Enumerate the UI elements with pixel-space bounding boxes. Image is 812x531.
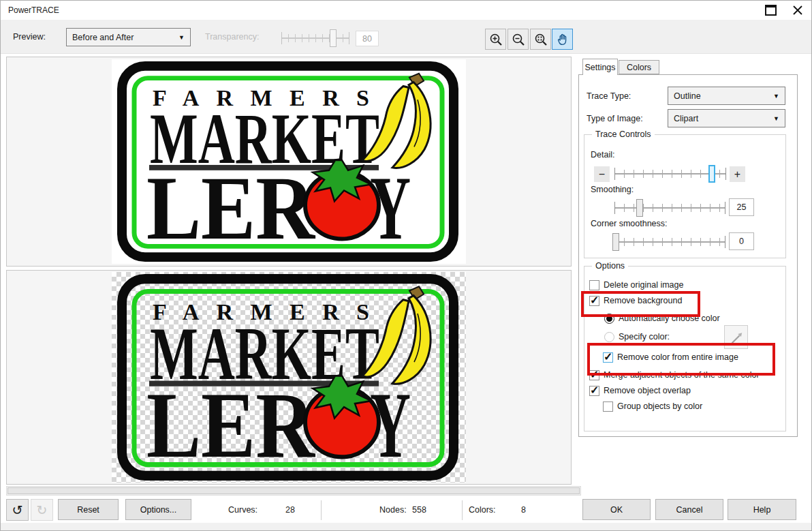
zoom-out-button[interactable] xyxy=(507,29,529,50)
transparency-slider-thumb xyxy=(330,29,337,47)
toolbar: Preview: Before and After ▼ Transparency… xyxy=(1,20,812,54)
reset-button[interactable]: Reset xyxy=(58,499,119,520)
option-label: Delete original image xyxy=(604,280,683,290)
radio-selected-icon[interactable] xyxy=(604,314,614,324)
status-divider xyxy=(462,500,463,520)
smoothing-slider[interactable] xyxy=(614,199,725,217)
tab-colors[interactable]: Colors xyxy=(619,60,659,74)
corner-smoothness-value-field[interactable]: 0 xyxy=(729,232,754,250)
nodes-value: 558 xyxy=(412,505,426,515)
zoom-in-icon xyxy=(489,33,503,46)
smoothing-slider-thumb[interactable] xyxy=(636,199,643,217)
detail-increase-button[interactable]: + xyxy=(730,166,745,182)
undo-icon: ↺ xyxy=(12,502,23,517)
zoom-to-fit-icon xyxy=(534,33,548,46)
curves-label: Curves: xyxy=(228,505,257,515)
after-image[interactable]: FARMERS MARKET LER Y xyxy=(112,272,466,483)
option-remove-object-overlap[interactable]: Remove object overlap xyxy=(589,384,691,397)
close-button[interactable] xyxy=(787,2,808,18)
powertrace-dialog: PowerTRACE Preview: Before and After ▼ T… xyxy=(0,0,812,531)
nodes-label: Nodes: xyxy=(379,505,407,515)
radio-unselected-icon[interactable] xyxy=(604,332,614,342)
smoothing-label: Smoothing: xyxy=(591,185,634,194)
scrollbar-thumb[interactable] xyxy=(7,487,580,494)
pan-button[interactable] xyxy=(552,29,573,50)
color-eyedropper-button[interactable] xyxy=(724,325,748,349)
corner-smoothness-slider-thumb[interactable] xyxy=(612,233,619,251)
trace-type-value: Outline xyxy=(674,91,701,101)
chevron-down-icon: ▼ xyxy=(773,115,779,121)
zoom-to-fit-button[interactable] xyxy=(530,29,551,50)
option-delete-original-image[interactable]: Delete original image xyxy=(589,279,683,291)
corner-smoothness-slider[interactable] xyxy=(614,233,725,252)
colors-value: 8 xyxy=(521,505,526,515)
detail-slider[interactable] xyxy=(614,165,726,183)
option-remove-background[interactable]: Remove background xyxy=(589,294,682,307)
chevron-down-icon: ▼ xyxy=(178,33,185,40)
help-button[interactable]: Help xyxy=(728,499,796,520)
undo-button[interactable]: ↺ xyxy=(6,499,29,521)
tab-settings[interactable]: Settings xyxy=(582,59,618,75)
detail-decrease-button[interactable]: − xyxy=(594,166,610,182)
minus-icon: − xyxy=(599,168,605,181)
transparency-slider xyxy=(281,29,349,47)
checkbox-checked-icon[interactable] xyxy=(603,352,613,363)
option-label: Specify color: xyxy=(619,332,670,342)
checkbox-checked-icon[interactable] xyxy=(589,370,599,380)
option-label: Merge adjacent objects of the same color xyxy=(604,370,760,380)
options-button[interactable]: Options... xyxy=(125,499,191,520)
preview-pane-after: FARMERS MARKET LER Y xyxy=(6,270,572,485)
before-image[interactable]: FARMERS MARKET LER Y xyxy=(112,59,466,264)
preview-dropdown-value: Before and After xyxy=(72,33,134,42)
maximize-button[interactable] xyxy=(760,2,781,18)
transparency-label: Transparency: xyxy=(205,32,259,42)
redo-button[interactable]: ↻ xyxy=(31,499,53,521)
logo-text-ler: LER xyxy=(146,373,316,477)
preview-dropdown[interactable]: Before and After ▼ xyxy=(66,28,191,46)
tab-settings-label: Settings xyxy=(584,63,615,72)
zoom-out-icon xyxy=(512,33,525,46)
chevron-down-icon: ▼ xyxy=(773,92,779,99)
cancel-button[interactable]: Cancel xyxy=(655,499,723,520)
redo-icon: ↻ xyxy=(37,502,48,517)
farmers-market-logo-before: FARMERS MARKET LER Y xyxy=(112,59,466,264)
type-of-image-dropdown[interactable]: Clipart ▼ xyxy=(668,109,785,127)
option-merge-adjacent-objects[interactable]: Merge adjacent objects of the same color xyxy=(589,369,760,381)
checkbox-unchecked-icon[interactable] xyxy=(589,280,599,290)
window-title: PowerTRACE xyxy=(8,5,59,15)
checkbox-unchecked-icon[interactable] xyxy=(603,401,613,412)
type-of-image-value: Clipart xyxy=(674,114,698,123)
title-bar: PowerTRACE xyxy=(1,1,811,20)
curves-value: 28 xyxy=(285,505,295,515)
close-icon xyxy=(792,5,803,16)
preview-horizontal-scrollbar[interactable] xyxy=(6,486,581,496)
trace-type-label: Trace Type: xyxy=(587,91,631,101)
status-divider xyxy=(321,500,322,520)
option-label: Automatically choose color xyxy=(619,314,720,323)
option-label: Remove color from entire image xyxy=(617,352,738,362)
checkbox-checked-icon[interactable] xyxy=(589,386,599,396)
colors-label: Colors: xyxy=(469,505,496,515)
type-of-image-label: Type of Image: xyxy=(587,114,643,123)
option-label: Remove background xyxy=(604,296,682,305)
option-label: Group objects by color xyxy=(617,401,702,411)
option-specify-color[interactable]: Specify color: xyxy=(604,331,670,343)
option-label: Remove object overlap xyxy=(604,386,691,395)
detail-label: Detail: xyxy=(591,150,614,160)
logo-text-ler: LER xyxy=(146,157,315,258)
preview-pane-before: FARMERS MARKET LER Y xyxy=(6,57,572,267)
detail-slider-thumb[interactable] xyxy=(708,165,715,183)
zoom-in-button[interactable] xyxy=(485,29,506,50)
option-remove-color-from-entire-image[interactable]: Remove color from entire image xyxy=(603,351,738,363)
transparency-value-field: 80 xyxy=(356,31,379,46)
trace-type-dropdown[interactable]: Outline ▼ xyxy=(668,87,785,105)
ok-button[interactable]: OK xyxy=(582,499,651,520)
option-group-objects-by-color[interactable]: Group objects by color xyxy=(603,400,702,412)
footer-strip xyxy=(1,523,812,531)
preview-label: Preview: xyxy=(13,32,46,42)
smoothing-value-field[interactable]: 25 xyxy=(729,198,754,216)
checkbox-checked-icon[interactable] xyxy=(589,296,599,306)
options-legend: Options xyxy=(592,261,628,271)
trace-controls-legend: Trace Controls xyxy=(592,130,655,139)
option-automatically-choose-color[interactable]: Automatically choose color xyxy=(604,312,720,324)
